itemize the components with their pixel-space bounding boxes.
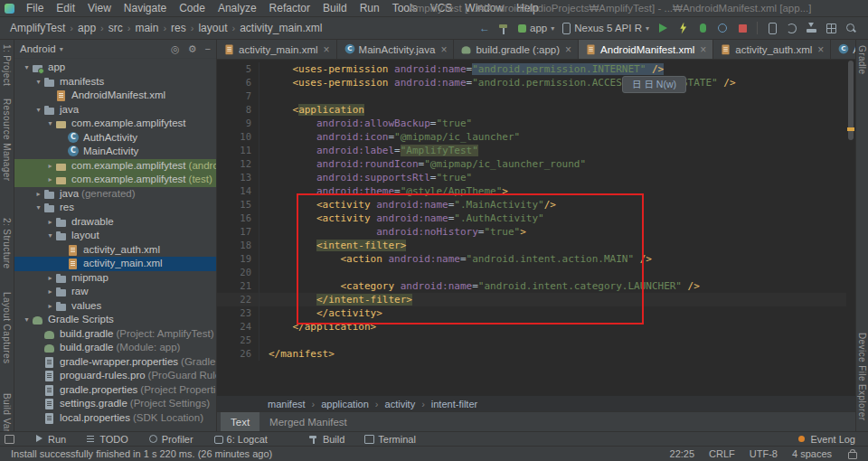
tree-item-manifests[interactable]: ▾manifests xyxy=(14,75,216,89)
tree-item-activity-main-xml[interactable]: activity_main.xml xyxy=(14,257,216,271)
tree-item-gradle-properties-project-properties[interactable]: gradle.properties (Project Properties) xyxy=(14,383,216,398)
tree-item-gradle-wrapper-properties-gradle-version[interactable]: gradle-wrapper.properties (Gradle Versio… xyxy=(14,355,216,370)
tool-button-gradle[interactable]: Gradle xyxy=(857,45,867,74)
chevron-right-icon[interactable]: ▸ xyxy=(45,271,55,285)
close-tab-icon[interactable]: × xyxy=(817,43,824,56)
back-arrow-icon[interactable]: ← xyxy=(479,23,490,34)
menu-item-file[interactable]: File xyxy=(20,0,50,16)
tree-item-java-generated[interactable]: ▸java (generated) xyxy=(14,187,216,202)
tree-item-androidmanifest-xml[interactable]: AndroidManifest.xml xyxy=(14,89,216,103)
close-tab-icon[interactable]: × xyxy=(700,43,706,56)
chevron-down-icon[interactable]: ▾ xyxy=(45,117,55,130)
chevron-right-icon[interactable]: ▸ xyxy=(45,285,55,298)
tree-item-com-example-amplifytest-androidtest[interactable]: ▸com.example.amplifytest (androidTest) xyxy=(14,159,216,174)
line-number[interactable]: 12 xyxy=(217,157,259,171)
chevron-down-icon[interactable]: ▾ xyxy=(33,103,43,117)
tree-item-drawable[interactable]: ▸drawable xyxy=(14,215,216,230)
chevron-down-icon[interactable]: ▾ xyxy=(22,61,32,74)
line-number[interactable]: 16 xyxy=(217,212,259,225)
chevron-right-icon[interactable]: ▸ xyxy=(45,299,55,313)
chevron-down-icon[interactable]: ▾ xyxy=(33,75,43,89)
tree-item-raw[interactable]: ▸raw xyxy=(14,285,216,299)
line-number[interactable]: 15 xyxy=(217,198,259,212)
line-number[interactable]: 9 xyxy=(217,117,259,130)
breadcrumb-item-app[interactable]: app xyxy=(75,22,99,34)
chevron-right-icon[interactable]: ▸ xyxy=(45,215,55,229)
breadcrumb-item-activity-main-xml[interactable]: activity_main.xml xyxy=(237,22,325,34)
tree-item-java[interactable]: ▾java xyxy=(14,103,216,118)
menu-item-run[interactable]: Run xyxy=(354,0,386,16)
tool-button-device-file-explorer[interactable]: Device File Explorer xyxy=(857,333,867,420)
breadcrumb-item-layout[interactable]: layout xyxy=(195,22,230,34)
line-number[interactable]: 11 xyxy=(217,144,259,157)
line-number[interactable]: 13 xyxy=(217,171,259,184)
editor-tab-androidmanifest-xml[interactable]: AndroidManifest.xml× xyxy=(579,40,713,59)
chevron-right-icon[interactable]: ▸ xyxy=(33,187,43,201)
tree-item-app[interactable]: ▾app xyxy=(14,61,216,75)
tool-window-button-event-log[interactable]: Event Log xyxy=(797,434,855,445)
line-number[interactable]: 8 xyxy=(217,103,259,117)
gradle-sync-button[interactable] xyxy=(786,23,797,34)
stop-button[interactable] xyxy=(737,23,749,34)
menu-item-view[interactable]: View xyxy=(81,0,118,16)
tool-button-resource-manager[interactable]: Resource Manager xyxy=(2,99,12,181)
tree-item-authactivity[interactable]: AuthActivity xyxy=(14,131,216,146)
tree-item-com-example-amplifytest[interactable]: ▾com.example.amplifytest xyxy=(14,117,216,131)
editor-breadcrumb-application[interactable]: application xyxy=(321,399,369,409)
menu-item-refactor[interactable]: Refactor xyxy=(263,0,316,16)
breadcrumb-item-amplifytest[interactable]: AmplifyTest xyxy=(7,22,68,34)
editor-scrollbar[interactable] xyxy=(846,59,855,396)
tree-item-settings-gradle-project-settings[interactable]: settings.gradle (Project Settings) xyxy=(14,397,216,411)
tree-item-mipmap[interactable]: ▸mipmap xyxy=(14,271,216,286)
status-widget-crlf[interactable]: CRLF xyxy=(709,448,735,459)
chevron-right-icon[interactable]: ▸ xyxy=(45,159,55,173)
run-config-selector[interactable]: app ▾ xyxy=(518,23,554,33)
line-number[interactable]: 10 xyxy=(217,130,259,144)
debug-button[interactable] xyxy=(697,23,709,34)
status-widget-4-spaces[interactable]: 4 spaces xyxy=(792,448,832,459)
tree-item-gradle-scripts[interactable]: ▾Gradle Scripts xyxy=(14,313,216,327)
editor-mode-tab-merged-manifest[interactable]: Merged Manifest xyxy=(259,412,357,431)
chevron-down-icon[interactable]: ▾ xyxy=(45,229,55,242)
tree-item-com-example-amplifytest-test[interactable]: ▸com.example.amplifytest (test) xyxy=(14,173,216,187)
line-number[interactable]: 26 xyxy=(217,347,259,361)
line-number[interactable]: 18 xyxy=(217,239,259,252)
tool-button-2-structure[interactable]: 2: Structure xyxy=(2,218,12,269)
tree-item-build-gradle-module-app[interactable]: build.gradle (Module: app) xyxy=(14,341,216,355)
line-number[interactable]: 24 xyxy=(217,320,259,334)
locate-file-icon[interactable]: ◎ xyxy=(171,41,180,57)
menu-item-analyze[interactable]: Analyze xyxy=(212,0,263,16)
chevron-down-icon[interactable]: ▾ xyxy=(33,201,43,214)
tool-window-button-todo[interactable]: TODO xyxy=(86,434,128,445)
editor-mode-tab-text[interactable]: Text xyxy=(221,412,259,431)
close-tab-icon[interactable]: × xyxy=(324,43,330,56)
chevron-down-icon[interactable]: ▾ xyxy=(22,313,32,326)
tool-window-button-run[interactable]: Run xyxy=(34,434,66,445)
line-number[interactable]: 21 xyxy=(217,279,259,293)
build-hammer-icon[interactable] xyxy=(498,23,510,34)
menu-item-edit[interactable]: Edit xyxy=(50,0,81,16)
apply-changes-button[interactable] xyxy=(677,23,689,34)
tool-window-switcher-icon[interactable] xyxy=(5,435,14,444)
editor-breadcrumb-intent-filter[interactable]: intent-filter xyxy=(431,399,477,409)
line-number[interactable]: 20 xyxy=(217,266,259,279)
run-button[interactable] xyxy=(657,23,669,34)
status-widget-utf-8[interactable]: UTF-8 xyxy=(750,448,778,459)
close-tab-icon[interactable]: × xyxy=(440,43,447,56)
line-number[interactable]: 23 xyxy=(217,306,259,320)
error-stripe-mark[interactable] xyxy=(847,127,854,131)
search-everywhere-button[interactable] xyxy=(845,23,857,34)
project-view-selector[interactable]: Android xyxy=(20,43,56,54)
editor-breadcrumb-activity[interactable]: activity xyxy=(385,399,416,409)
editor-tab-authactivity-java[interactable]: AuthActivity.java× xyxy=(831,40,855,59)
settings-gear-icon[interactable]: ⚙ xyxy=(188,41,197,57)
hide-panel-icon[interactable]: − xyxy=(205,41,211,57)
tool-button-1-project[interactable]: 1: Project xyxy=(2,44,12,86)
tree-item-res[interactable]: ▾res xyxy=(14,201,216,215)
menu-item-build[interactable]: Build xyxy=(316,0,354,16)
editor-tab-activity-main-xml[interactable]: activity_main.xml× xyxy=(217,40,337,59)
avd-manager-button[interactable] xyxy=(766,23,778,34)
tree-item-build-gradle-project-amplifytest[interactable]: build.gradle (Project: AmplifyTest) xyxy=(14,327,216,342)
close-tab-icon[interactable]: × xyxy=(565,43,571,56)
editor-tab-activity-auth-xml[interactable]: activity_auth.xml× xyxy=(713,40,831,59)
